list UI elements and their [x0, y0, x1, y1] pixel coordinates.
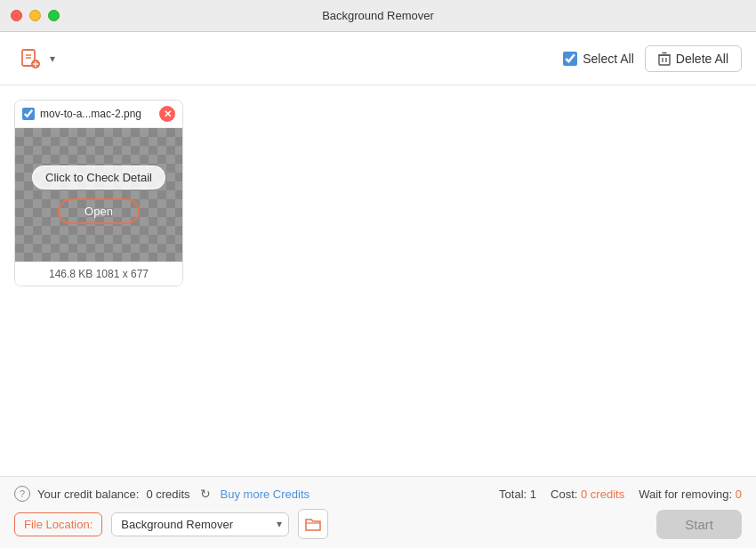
close-button[interactable]	[11, 10, 22, 21]
credit-value: 0 credits	[146, 488, 189, 501]
file-location-row: File Location: Background Remover Custom…	[14, 509, 328, 539]
card-filename: mov-to-a...mac-2.png	[40, 108, 154, 120]
check-detail-button[interactable]: Click to Check Detail	[32, 165, 165, 189]
buy-credits-link[interactable]: Buy more Credits	[221, 488, 310, 501]
image-card: mov-to-a...mac-2.png ✕ Click to Check De…	[14, 100, 183, 286]
credit-label: Your credit balance:	[37, 488, 139, 501]
bottom-bar: ? Your credit balance: 0 credits ↻ Buy m…	[0, 476, 756, 548]
file-location-label: File Location:	[14, 512, 102, 536]
title-bar: Background Remover	[0, 0, 756, 32]
image-card-footer: 146.8 KB 1081 x 677	[15, 262, 182, 286]
toolbar-left: ▾	[14, 43, 55, 75]
add-file-button[interactable]	[14, 43, 46, 75]
select-all-label[interactable]: Select All	[563, 52, 634, 66]
bottom-controls: File Location: Background Remover Custom…	[14, 509, 742, 539]
delete-all-text: Delete All	[676, 52, 728, 66]
open-button[interactable]: Open	[58, 198, 140, 224]
total-value: 1	[530, 488, 536, 501]
file-location-select[interactable]: Background Remover Custom Folder Same as…	[111, 512, 289, 536]
select-all-text: Select All	[583, 52, 634, 66]
main-content: mov-to-a...mac-2.png ✕ Click to Check De…	[0, 85, 756, 476]
maximize-button[interactable]	[48, 10, 60, 21]
image-card-header: mov-to-a...mac-2.png ✕	[15, 101, 182, 128]
help-icon[interactable]: ?	[14, 486, 30, 502]
delete-all-button[interactable]: Delete All	[645, 45, 742, 72]
browse-folder-button[interactable]	[298, 509, 328, 539]
bottom-stats: ? Your credit balance: 0 credits ↻ Buy m…	[14, 486, 742, 502]
wait-stat: Wait for removing: 0	[639, 488, 742, 501]
file-location-select-wrapper: Background Remover Custom Folder Same as…	[111, 512, 289, 536]
toolbar-right: Select All Delete All	[563, 45, 742, 72]
folder-icon	[304, 516, 322, 532]
toolbar: ▾ Select All Delete All	[0, 32, 756, 85]
card-close-button[interactable]: ✕	[159, 106, 175, 122]
add-dropdown-arrow[interactable]: ▾	[50, 52, 55, 65]
add-file-icon	[19, 47, 42, 70]
image-preview: Click to Check Detail Open	[15, 128, 182, 262]
stats-left: ? Your credit balance: 0 credits ↻ Buy m…	[14, 486, 310, 502]
stats-right: Total: 1 Cost: 0 credits Wait for removi…	[499, 488, 742, 501]
cost-value: 0 credits	[581, 488, 624, 501]
wait-value: 0	[736, 488, 742, 501]
delete-icon	[658, 52, 671, 66]
minimize-button[interactable]	[29, 10, 41, 21]
app-title: Background Remover	[322, 9, 434, 22]
cost-stat: Cost: 0 credits	[551, 488, 624, 501]
window-controls	[11, 10, 60, 21]
total-label: Total: 1	[499, 488, 536, 501]
refresh-icon[interactable]: ↻	[197, 486, 213, 502]
start-button[interactable]: Start	[656, 510, 742, 539]
svg-rect-6	[659, 55, 670, 65]
select-all-checkbox[interactable]	[563, 52, 577, 66]
card-checkbox[interactable]	[22, 108, 35, 120]
